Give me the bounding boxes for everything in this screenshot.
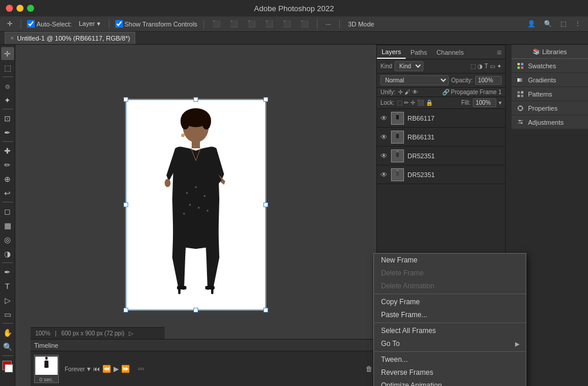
close-button[interactable] (6, 5, 13, 12)
search-icon[interactable]: 🔍 (542, 19, 554, 29)
zoom-tool[interactable]: 🔍 (1, 340, 14, 353)
panel-properties[interactable]: Properties (512, 101, 588, 115)
panel-patterns[interactable]: Patterns (512, 87, 588, 101)
play-button[interactable]: ▶ (113, 365, 119, 373)
lock-artboard-icon[interactable]: ⬛ (417, 99, 424, 106)
align-right-icon[interactable]: ⬛ (245, 19, 258, 29)
layer-item-3[interactable]: 👁 DR52351 (377, 165, 505, 184)
tab-layers[interactable]: Layers (377, 45, 406, 59)
minimize-button[interactable] (16, 5, 24, 12)
maximize-button[interactable] (27, 5, 34, 12)
panel-menu-button[interactable]: ≡ (497, 48, 505, 57)
ctx-tween[interactable]: Tween... (374, 353, 526, 366)
layer-item-2[interactable]: 👁 DR52351 (377, 147, 505, 165)
text-tool[interactable]: T (1, 279, 14, 292)
kind-dropdown[interactable]: Kind (395, 61, 423, 71)
ctx-copy-frame[interactable]: Copy Frame (374, 295, 526, 308)
brush-tool[interactable]: ✏ (1, 158, 14, 171)
unify-position-icon[interactable]: ✛ (398, 89, 403, 95)
step-back-button[interactable]: ⏪ (102, 365, 111, 373)
opacity-input[interactable] (475, 76, 502, 85)
step-forward-button[interactable]: ⏩ (121, 365, 130, 373)
ctx-go-to[interactable]: Go To ▶ (374, 337, 526, 350)
libraries-tab[interactable]: 📚 Libraries (512, 45, 588, 59)
handle-br[interactable] (263, 308, 268, 312)
align-center-icon[interactable]: ⬛ (228, 19, 240, 29)
3d-mode-label[interactable]: 3D Mode (346, 19, 377, 29)
lasso-tool[interactable]: ⌾ (1, 79, 14, 92)
ctx-reverse-frames[interactable]: Reverse Frames (374, 366, 526, 379)
lock-image-icon[interactable]: ✏ (404, 99, 409, 106)
ctx-optimize-animation[interactable]: Optimize Animation... (374, 379, 526, 386)
lock-position-icon[interactable]: ✛ (410, 99, 415, 106)
layer-eye-2[interactable]: 👁 (380, 152, 387, 160)
handle-bl[interactable] (123, 308, 128, 312)
align-middle-icon[interactable]: ⬛ (280, 19, 293, 29)
adjustment-filter-icon[interactable]: ◑ (477, 63, 483, 69)
layer-dropdown[interactable]: Layer ▾ (76, 19, 103, 29)
align-bottom-icon[interactable]: ⬛ (298, 19, 311, 29)
more-icon[interactable]: ⋮ (572, 19, 583, 29)
handle-tm[interactable] (193, 97, 198, 102)
pen-tool[interactable]: ✒ (1, 265, 14, 278)
layer-item-1[interactable]: 👁 RB66131 (377, 128, 505, 147)
handle-tl[interactable] (123, 97, 128, 102)
align-top-icon[interactable]: ⬛ (263, 19, 276, 29)
move-tool[interactable]: ✛ (1, 47, 14, 60)
ctx-new-frame[interactable]: New Frame (374, 254, 526, 267)
transform-checkbox[interactable] (115, 20, 123, 28)
workspace-icon[interactable]: ⬚ (558, 19, 569, 29)
handle-ml[interactable] (123, 202, 128, 207)
blur-tool[interactable]: ◎ (1, 233, 14, 246)
loop-dropdown-arrow[interactable]: ▾ (87, 365, 91, 373)
marquee-tool[interactable]: ⬚ (1, 61, 14, 74)
lock-transparent-icon[interactable]: ⬚ (397, 99, 402, 106)
align-left-icon[interactable]: ⬛ (210, 19, 223, 29)
panel-adjustments[interactable]: Adjustments (512, 115, 588, 129)
handle-mr[interactable] (263, 202, 268, 207)
shape-tool[interactable]: ▭ (1, 308, 14, 321)
unify-style-icon[interactable]: 🖌 (405, 89, 410, 95)
path-select-tool[interactable]: ▷ (1, 294, 14, 307)
handle-bm[interactable] (193, 308, 198, 312)
eyedropper-tool[interactable]: ✒ (1, 126, 14, 139)
layer-eye-1[interactable]: 👁 (380, 133, 387, 141)
tab-close-icon[interactable]: ✕ (10, 35, 15, 41)
timeline-frame-1[interactable]: 0 sec. (34, 355, 59, 383)
crop-tool[interactable]: ⊡ (1, 112, 14, 125)
delete-animation-button[interactable]: 🗑 (366, 365, 373, 373)
text-filter-icon[interactable]: T (485, 63, 488, 69)
handle-tr[interactable] (263, 97, 268, 102)
auto-select-checkbox[interactable] (27, 20, 35, 28)
background-color[interactable] (5, 364, 13, 372)
smart-filter-icon[interactable]: ✦ (497, 63, 502, 69)
ctx-select-all-frames[interactable]: Select All Frames (374, 324, 526, 337)
dodge-tool[interactable]: ◑ (1, 247, 14, 260)
gradient-tool[interactable]: ▦ (1, 219, 14, 232)
quick-select-tool[interactable]: ✦ (1, 94, 14, 107)
fill-dropdown-icon[interactable]: ▾ (499, 99, 502, 106)
ctx-paste-frame[interactable]: Paste Frame... (374, 308, 526, 321)
fill-input[interactable] (473, 98, 496, 107)
tab-channels[interactable]: Channels (432, 45, 468, 59)
clone-tool[interactable]: ⊕ (1, 172, 14, 185)
arrow-icon[interactable]: ▷ (129, 330, 133, 337)
pixel-filter-icon[interactable]: ⬚ (470, 63, 476, 69)
layer-item-0[interactable]: 👁 RB66117 (377, 109, 505, 128)
tab-paths[interactable]: Paths (406, 45, 432, 59)
history-brush-tool[interactable]: ↩ (1, 187, 14, 199)
distribute-icons[interactable]: ··· (323, 19, 333, 29)
rewind-button[interactable]: ⏮ (93, 365, 100, 373)
panel-swatches[interactable]: Swatches (512, 59, 588, 73)
lock-all-icon[interactable]: 🔒 (426, 99, 433, 106)
document-tab[interactable]: ✕ Untitled-1 @ 100% (RB66117, RGB/8*) (5, 32, 135, 44)
user-icon[interactable]: 👤 (525, 19, 538, 29)
convert-to-video-button[interactable] (138, 368, 144, 370)
layer-eye-3[interactable]: 👁 (380, 171, 387, 179)
layer-eye-0[interactable]: 👁 (380, 114, 387, 122)
heal-tool[interactable]: ✚ (1, 144, 14, 157)
eraser-tool[interactable]: ◻ (1, 205, 14, 218)
blend-mode-dropdown[interactable]: Normal (380, 75, 449, 85)
panel-gradients[interactable]: Gradients (512, 73, 588, 87)
shape-filter-icon[interactable]: ▭ (490, 63, 495, 69)
